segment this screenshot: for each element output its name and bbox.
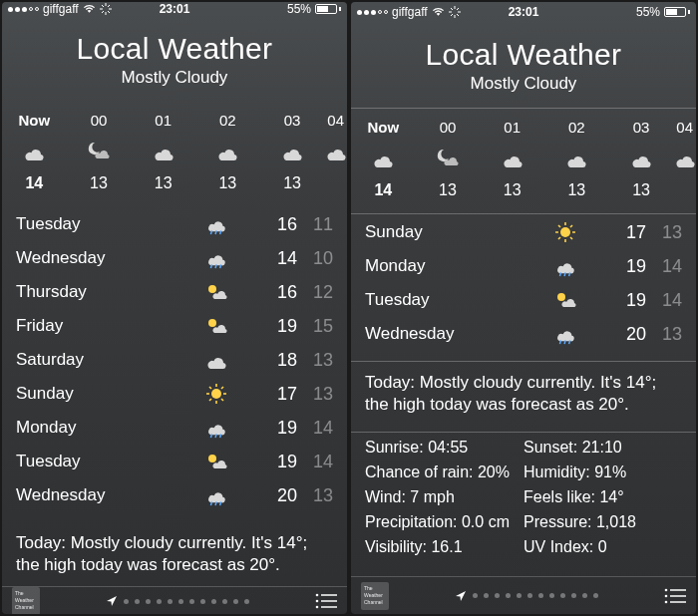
day-high: 20 (253, 485, 297, 506)
hour-column: 0213 (544, 119, 609, 199)
page-dot[interactable] (222, 599, 227, 604)
hourly-forecast[interactable]: Now14001301130213031304 (2, 102, 347, 200)
hour-column: 0013 (416, 119, 481, 199)
day-high: 19 (602, 256, 646, 277)
svg-line-51 (558, 225, 560, 227)
page-dot[interactable] (233, 599, 238, 604)
day-row: Saturday1813 (16, 343, 333, 377)
detail-item: Wind: 7 mph (365, 488, 524, 506)
page-dot[interactable] (157, 599, 162, 604)
page-dot[interactable] (517, 593, 522, 598)
hour-column: 0113 (480, 119, 544, 199)
today-summary: Today: Mostly cloudy currently. It's 14°… (351, 362, 696, 426)
wifi-icon (432, 7, 445, 17)
day-name: Wednesday (16, 485, 203, 505)
hour-label: 04 (676, 119, 693, 136)
detail-item: UV Index: 0 (524, 538, 682, 556)
page-dot[interactable] (495, 593, 500, 598)
cloud-icon (21, 141, 47, 162)
page-dot[interactable] (135, 599, 140, 604)
svg-line-8 (211, 230, 212, 234)
svg-line-45 (451, 14, 453, 16)
hour-temp: 13 (218, 174, 236, 192)
hour-column: 0013 (67, 112, 132, 192)
loading-icon (100, 3, 112, 15)
svg-line-24 (209, 399, 211, 401)
day-low: 12 (297, 282, 333, 303)
svg-point-16 (211, 389, 221, 399)
page-dot[interactable] (506, 593, 511, 598)
day-row: Wednesday2013 (16, 478, 333, 512)
svg-line-54 (558, 237, 560, 239)
hour-column: 0213 (195, 112, 260, 192)
svg-line-27 (220, 434, 221, 438)
loading-icon (449, 6, 461, 18)
day-low: 14 (297, 452, 333, 472)
page-dot[interactable] (146, 599, 151, 604)
page-indicator[interactable] (389, 590, 664, 602)
svg-point-46 (560, 227, 570, 237)
partly-cloudy-icon (203, 315, 253, 337)
hour-column: 04 (673, 119, 696, 199)
cloud-icon (563, 148, 589, 169)
status-bar: giffgaff 23:01 55% (2, 2, 347, 16)
page-dot[interactable] (538, 593, 543, 598)
hour-label: 02 (568, 119, 585, 136)
page-dot[interactable] (168, 599, 173, 604)
page-dot[interactable] (211, 599, 216, 604)
page-dot[interactable] (527, 593, 532, 598)
day-name: Sunday (16, 384, 203, 404)
hour-temp: 14 (25, 174, 43, 192)
list-icon[interactable] (315, 592, 337, 610)
weather-channel-logo[interactable]: The Weather Channel (361, 582, 389, 610)
day-row: Monday1914 (16, 411, 333, 445)
hourly-forecast[interactable]: Now14001301130213031304 (351, 109, 696, 207)
svg-line-7 (102, 11, 104, 13)
rain-icon (552, 323, 602, 345)
hour-label: 04 (327, 112, 344, 129)
page-dot[interactable] (582, 593, 587, 598)
page-dot[interactable] (200, 599, 205, 604)
day-low: 14 (297, 418, 333, 439)
daily-forecast[interactable]: Sunday1713Monday1914Tuesday1914Wednesday… (351, 214, 696, 355)
page-dot[interactable] (593, 593, 598, 598)
partly-cloudy-night-icon (435, 148, 461, 169)
day-low: 13 (297, 485, 333, 506)
svg-line-13 (220, 264, 221, 268)
page-dot[interactable] (124, 599, 129, 604)
cloud-icon (214, 141, 240, 162)
battery-pct-label: 55% (636, 5, 660, 19)
day-high: 19 (253, 316, 297, 337)
hour-label: 01 (504, 119, 521, 136)
daily-forecast[interactable]: Tuesday1611Wednesday1410Thursday1612Frid… (2, 206, 347, 516)
page-dot[interactable] (571, 593, 576, 598)
location-arrow-icon (106, 595, 118, 607)
weather-channel-logo[interactable]: The Weather Channel (12, 587, 40, 614)
page-dot[interactable] (244, 599, 249, 604)
page-dot[interactable] (178, 599, 183, 604)
partly-cloudy-icon (203, 451, 253, 472)
day-row: Thursday1612 (16, 275, 333, 309)
cloud-icon (500, 148, 525, 169)
page-dot[interactable] (560, 593, 565, 598)
hour-label: 02 (219, 112, 236, 129)
page-dot[interactable] (189, 599, 194, 604)
svg-line-53 (570, 225, 572, 227)
day-high: 19 (253, 418, 297, 439)
page-dot[interactable] (549, 593, 554, 598)
hour-label: 03 (633, 119, 650, 136)
page-indicator[interactable] (40, 595, 315, 607)
day-name: Thursday (16, 282, 203, 302)
clock-label: 23:01 (509, 5, 539, 19)
day-high: 17 (602, 222, 646, 243)
svg-point-32 (316, 594, 319, 597)
page-dot[interactable] (484, 593, 489, 598)
hour-label: 01 (155, 112, 172, 129)
hour-temp: 14 (374, 181, 392, 199)
page-dot[interactable] (473, 593, 478, 598)
day-row: Sunday1713 (365, 215, 682, 249)
svg-line-61 (569, 340, 570, 344)
bottom-bar: The Weather Channel (2, 586, 347, 614)
list-icon[interactable] (664, 587, 686, 605)
svg-point-15 (208, 319, 216, 327)
